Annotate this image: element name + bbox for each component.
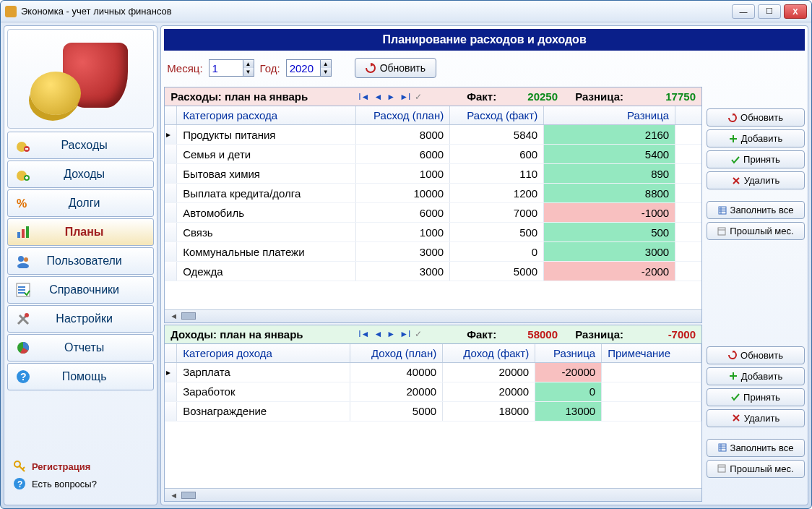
refresh-button[interactable]: Обновить xyxy=(355,58,436,78)
h-scrollbar[interactable]: ◄ xyxy=(165,309,701,322)
prev-icon[interactable]: ◄ xyxy=(373,329,382,339)
income-side-buttons: Обновить Добавить Принять Удалить Заполн… xyxy=(707,325,805,502)
table-row[interactable]: Связь1000500500 xyxy=(165,223,701,242)
table-row[interactable]: Бытовая химия1000110890 xyxy=(165,164,701,184)
income-panel: Доходы: план на январь I◄ ◄ ► ►I ✓ Факт:… xyxy=(164,325,702,502)
col-category[interactable]: Категория расхода xyxy=(177,106,356,124)
sidebar-item-help[interactable]: ? Помощь xyxy=(7,363,154,390)
check-icon[interactable]: ✓ xyxy=(415,92,422,102)
last-icon[interactable]: ►I xyxy=(399,329,410,339)
side-delete-button[interactable]: Удалить xyxy=(707,409,805,427)
table-row[interactable]: Вознаграждение50001800013000 xyxy=(165,402,701,422)
next-icon[interactable]: ► xyxy=(386,329,395,339)
tools-icon xyxy=(15,311,31,327)
first-icon[interactable]: I◄ xyxy=(358,92,369,102)
spin-down-icon[interactable]: ▼ xyxy=(243,68,254,76)
last-icon[interactable]: ►I xyxy=(399,92,410,102)
row-marker xyxy=(165,184,177,202)
income-grid[interactable]: Категория дохода Доход (план) Доход (фак… xyxy=(165,344,701,488)
percent-icon: % xyxy=(15,195,31,211)
table-row[interactable]: Выплата кредита/долга1000012008800 xyxy=(165,184,701,203)
table-row[interactable]: ▸Зарплата4000020000-20000 xyxy=(165,363,701,382)
row-marker: ▸ xyxy=(165,363,177,382)
col-diff[interactable]: Разница xyxy=(544,106,675,124)
table-row[interactable]: Коммунальные платежи300003000 xyxy=(165,242,701,262)
table-row[interactable]: Заработок20000200000 xyxy=(165,382,701,402)
table-row[interactable]: Семья и дети60006005400 xyxy=(165,145,701,164)
cell-fact: 18000 xyxy=(443,402,535,421)
cell-diff: -2000 xyxy=(544,262,675,281)
side-refresh-button[interactable]: Обновить xyxy=(707,108,805,127)
cell-plan: 3000 xyxy=(356,242,450,261)
spin-up-icon[interactable]: ▲ xyxy=(321,60,331,68)
sidebar-item-settings[interactable]: Настройки xyxy=(7,305,154,333)
side-accept-button[interactable]: Принять xyxy=(707,388,805,406)
coins-icon xyxy=(30,72,81,115)
side-accept-button[interactable]: Принять xyxy=(707,150,805,168)
scroll-thumb[interactable] xyxy=(181,492,196,499)
grid-icon xyxy=(718,206,727,215)
help-icon: ? xyxy=(15,369,31,385)
questions-link[interactable]: ? Есть вопросы? xyxy=(13,477,148,490)
sidebar-item-label: Планы xyxy=(44,226,124,239)
expenses-grid[interactable]: Категория расхода Расход (план) Расход (… xyxy=(165,106,701,309)
sidebar-item-income[interactable]: Доходы xyxy=(7,161,154,188)
income-title: Доходы: план на январь xyxy=(170,328,344,341)
cell-plan: 10000 xyxy=(356,184,450,202)
first-icon[interactable]: I◄ xyxy=(358,329,369,339)
sidebar-item-references[interactable]: Справочники xyxy=(7,276,154,304)
year-input[interactable] xyxy=(287,62,320,74)
month-spinner[interactable]: ▲▼ xyxy=(209,59,254,77)
sidebar-item-reports[interactable]: Отчеты xyxy=(7,334,154,362)
col-plan[interactable]: Доход (план) xyxy=(350,344,443,362)
spin-down-icon[interactable]: ▼ xyxy=(321,68,331,76)
table-row[interactable]: ▸Продукты питания800058402160 xyxy=(165,125,701,145)
month-label: Месяц: xyxy=(167,62,202,74)
side-add-button[interactable]: Добавить xyxy=(707,129,805,147)
col-fact[interactable]: Расход (факт) xyxy=(450,106,544,124)
month-input[interactable] xyxy=(210,62,243,74)
col-diff[interactable]: Разница xyxy=(535,344,602,362)
side-fill-all-button[interactable]: Заполнить все xyxy=(707,201,805,219)
scroll-left-icon[interactable]: ◄ xyxy=(168,491,180,500)
svg-rect-2 xyxy=(25,148,28,150)
minimize-button[interactable]: — xyxy=(732,4,755,19)
sidebar-item-users[interactable]: Пользователи xyxy=(7,247,154,275)
scroll-thumb[interactable] xyxy=(181,312,196,320)
col-fact[interactable]: Доход (факт) xyxy=(443,344,535,362)
maximize-button[interactable]: ☐ xyxy=(758,4,781,19)
svg-rect-6 xyxy=(26,176,27,179)
plus-icon xyxy=(729,372,738,380)
side-prev-month-button[interactable]: Прошлый мес. xyxy=(707,460,805,478)
side-refresh-button[interactable]: Обновить xyxy=(707,346,805,364)
table-row[interactable]: Автомобиль60007000-1000 xyxy=(165,203,701,223)
check-icon[interactable]: ✓ xyxy=(415,329,422,339)
scroll-left-icon[interactable]: ◄ xyxy=(168,312,180,320)
h-scrollbar[interactable]: ◄ xyxy=(165,488,701,501)
cell-category: Автомобиль xyxy=(177,203,356,222)
prev-icon[interactable]: ◄ xyxy=(373,92,382,102)
table-row[interactable]: Одежда30005000-2000 xyxy=(165,262,701,281)
sidebar-item-expenses[interactable]: Расходы xyxy=(7,132,154,159)
cell-plan: 1000 xyxy=(356,164,450,183)
side-delete-button[interactable]: Удалить xyxy=(707,171,805,189)
sidebar-item-plans[interactable]: Планы xyxy=(7,218,154,246)
app-window: Экономка - учет личных финансов — ☐ X Ра… xyxy=(0,0,812,509)
next-icon[interactable]: ► xyxy=(386,92,395,102)
side-prev-month-button[interactable]: Прошлый мес. xyxy=(707,222,805,240)
col-note[interactable]: Примечание xyxy=(602,344,701,362)
svg-point-11 xyxy=(18,256,24,262)
year-spinner[interactable]: ▲▼ xyxy=(286,59,332,77)
side-add-button[interactable]: Добавить xyxy=(707,367,805,385)
cell-fact: 0 xyxy=(450,242,544,261)
cell-diff: 890 xyxy=(544,164,675,183)
spin-up-icon[interactable]: ▲ xyxy=(243,60,254,68)
register-link[interactable]: Регистрация xyxy=(13,460,148,473)
sidebar-item-debts[interactable]: % Долги xyxy=(7,189,154,217)
pie-icon xyxy=(15,340,31,356)
col-plan[interactable]: Расход (план) xyxy=(356,106,450,124)
side-fill-all-button[interactable]: Заполнить все xyxy=(707,439,805,457)
svg-rect-27 xyxy=(730,375,737,377)
close-button[interactable]: X xyxy=(784,4,807,19)
col-category[interactable]: Категория дохода xyxy=(177,344,350,362)
